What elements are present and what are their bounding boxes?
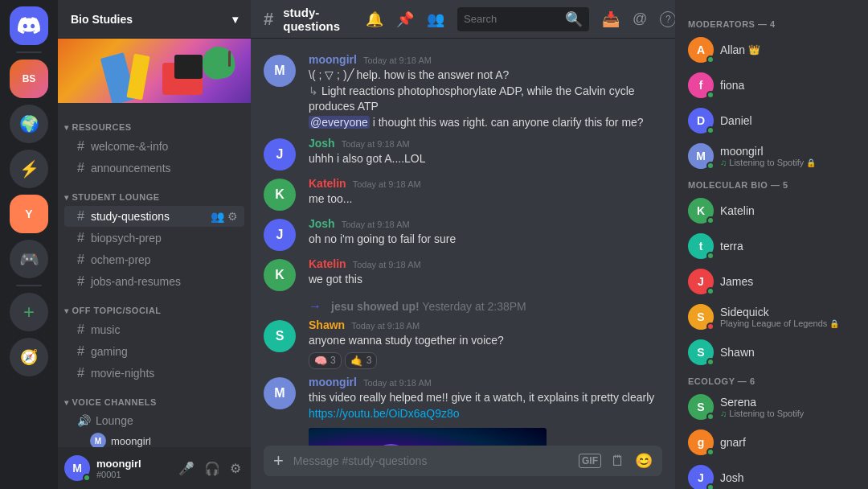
avatar: D: [688, 108, 714, 134]
server-icon-3[interactable]: Y: [10, 195, 48, 233]
bio-studies-server-icon[interactable]: BS: [10, 60, 48, 98]
member-item[interactable]: S Sidequick Playing League of Legends 🔒: [682, 299, 862, 335]
emoji-icon[interactable]: 😊: [635, 452, 653, 470]
video-embed[interactable]: [309, 428, 547, 446]
message-timestamp: Today at 9:18 AM: [351, 321, 420, 331]
member-name: Allan 👑: [720, 43, 855, 56]
explore-servers-button[interactable]: 🧭: [10, 338, 48, 376]
mute-button[interactable]: 🎤: [175, 458, 198, 479]
message-content: Josh Today at 9:18 AM uhhh i also got A.…: [309, 137, 662, 171]
channel-members-icon[interactable]: 👥: [211, 210, 224, 223]
message-input-area: + GIF 🗒 😊: [251, 446, 675, 489]
message-group: M moongirl Today at 9:18 AM \( ; ▽ ; )╱ …: [251, 51, 675, 132]
mention-icon[interactable]: @: [633, 10, 647, 27]
avatar: J: [688, 465, 714, 489]
hash-icon: #: [77, 139, 84, 154]
channel-music[interactable]: # music: [64, 319, 244, 340]
server-sidebar: BS 🌍 ⚡ Y 🎮 + 🧭: [0, 0, 58, 489]
member-item[interactable]: J Josh: [682, 460, 862, 489]
member-name: Sidequick: [720, 306, 855, 318]
message-content: Katelin Today at 9:18 AM me too...: [309, 177, 662, 211]
member-activity: Playing League of Legends 🔒: [720, 318, 855, 328]
server-icon-1[interactable]: 🌍: [10, 105, 48, 143]
message-content: Katelin Today at 9:18 AM we got this: [309, 257, 662, 291]
voice-user-moongirl[interactable]: M moongirl: [64, 431, 244, 447]
channel-movie-nights[interactable]: # movie-nights: [64, 363, 244, 384]
search-input[interactable]: [464, 13, 560, 25]
discord-home-button[interactable]: [10, 6, 48, 45]
message-username: Katelin: [309, 177, 346, 190]
member-item[interactable]: t terra: [682, 228, 862, 264]
member-item[interactable]: A Allan 👑: [682, 32, 862, 68]
reaction-brain[interactable]: 🧠 3: [309, 352, 342, 369]
category-voice[interactable]: VOICE CHANNELS: [58, 384, 251, 410]
channel-biopsych[interactable]: # biopsych-prep: [64, 228, 244, 249]
member-info: Katelin: [720, 204, 855, 217]
members-list-icon[interactable]: 👥: [427, 10, 444, 28]
crown-icon: 👑: [748, 44, 760, 55]
member-item[interactable]: D Daniel: [682, 103, 862, 138]
member-info: moongirl ♫ Listening to Spotify 🔒: [720, 145, 855, 167]
message-group: K Katelin Today at 9:18 AM we got this: [251, 256, 675, 293]
message-text: me too...: [309, 191, 662, 208]
header-actions: 🔔 📌 👥 🔍 📥 @ ?: [366, 7, 675, 31]
pin-icon[interactable]: 📌: [396, 10, 414, 28]
deafen-button[interactable]: 🎧: [201, 458, 223, 479]
user-settings-button[interactable]: ⚙: [227, 458, 244, 479]
member-item[interactable]: f fiona: [682, 68, 862, 103]
message-group: J Josh Today at 9:18 AM uhhh i also got …: [251, 135, 675, 172]
channel-announcements[interactable]: # announcements: [64, 158, 244, 179]
help-icon[interactable]: ?: [660, 11, 675, 27]
member-info: fiona: [720, 79, 855, 92]
gif-icon[interactable]: GIF: [579, 454, 601, 468]
video-link[interactable]: https://youtu.be/OiDx6aQ9z8o: [309, 407, 460, 420]
search-box[interactable]: 🔍: [457, 7, 589, 31]
notification-bell-icon[interactable]: 🔔: [366, 10, 383, 28]
category-student-lounge[interactable]: STUDENT LOUNGE: [58, 179, 251, 205]
message-header: Shawn Today at 9:18 AM: [309, 318, 662, 331]
message-timestamp: Today at 9:18 AM: [363, 378, 432, 388]
message-group: M moongirl Today at 9:18 AM this video r…: [251, 374, 675, 446]
member-item[interactable]: K Katelin: [682, 193, 862, 228]
message-input[interactable]: [293, 446, 569, 476]
channel-jobs[interactable]: # jobs-and-resumes: [64, 271, 244, 292]
channel-welcome[interactable]: # welcome-&-info: [64, 136, 244, 157]
channel-study-questions[interactable]: # study-questions 👥 ⚙: [64, 206, 244, 227]
category-off-topic[interactable]: OFF TOPIC/SOCIAL: [58, 293, 251, 318]
member-name: Serena: [720, 396, 855, 409]
message-username: moongirl: [309, 376, 357, 388]
channel-gaming[interactable]: # gaming: [64, 341, 244, 362]
avatar: g: [688, 429, 714, 455]
category-resources[interactable]: RESOURCES: [58, 109, 251, 135]
main-content: # study-questions 🔔 📌 👥 🔍 📥 @ ? M moongi…: [251, 0, 675, 489]
sticker-icon[interactable]: 🗒: [611, 453, 625, 470]
server-icon-4[interactable]: 🎮: [10, 240, 48, 278]
server-header[interactable]: Bio Studies ▾: [58, 0, 251, 39]
server-menu-chevron: ▾: [232, 13, 238, 26]
inbox-icon[interactable]: 📥: [602, 10, 620, 28]
member-item[interactable]: M moongirl ♫ Listening to Spotify 🔒: [682, 138, 862, 174]
member-item[interactable]: S Serena ♫ Listening to Spotify: [682, 389, 862, 425]
reaction-thumbs[interactable]: 🤙 3: [345, 352, 378, 369]
message-header: moongirl Today at 9:18 AM: [309, 53, 662, 66]
add-attachment-icon[interactable]: +: [273, 450, 284, 471]
member-item[interactable]: S Shawn: [682, 335, 862, 370]
channel-settings-icon[interactable]: ⚙: [227, 210, 238, 223]
ecology-category: ECOLOGY — 6: [682, 370, 862, 389]
message-content: Shawn Today at 9:18 AM anyone wanna stud…: [309, 318, 662, 369]
member-info: James: [720, 275, 855, 288]
voice-lounge[interactable]: 🔊 Lounge: [64, 411, 244, 430]
server-icon-2[interactable]: ⚡: [10, 150, 48, 188]
member-name: James: [720, 275, 855, 288]
server-name: Bio Studies: [71, 13, 133, 26]
channel-ochem[interactable]: # ochem-prep: [64, 249, 244, 270]
system-message-text: jesu showed up! Yesterday at 2:38PM: [331, 300, 526, 313]
member-name: Josh: [720, 471, 855, 484]
message-text: \( ; ▽ ; )╱ help. how is the answer not …: [309, 68, 662, 130]
add-server-button[interactable]: +: [10, 293, 48, 331]
message-header: Josh Today at 9:18 AM: [309, 217, 662, 230]
member-item[interactable]: g gnarf: [682, 425, 862, 460]
member-item[interactable]: J James: [682, 264, 862, 299]
message-text: uhhh i also got A....LOL: [309, 151, 662, 167]
message-text: we got this: [309, 272, 662, 288]
